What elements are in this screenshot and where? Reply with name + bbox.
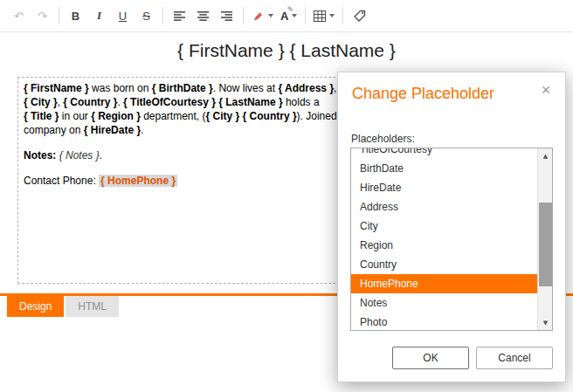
placeholder-item-titleofcourtesy[interactable]: TitleOfCourtesy: [351, 148, 537, 159]
scroll-up-icon[interactable]: ▲: [538, 148, 553, 163]
pencil-icon: ✎: [287, 5, 294, 14]
doc-text-segment: { Notes }: [59, 149, 100, 162]
doc-text-segment: { LastName }: [218, 96, 282, 108]
dropdown-arrow-icon: [292, 14, 297, 17]
table-icon: [314, 10, 326, 22]
ok-button[interactable]: OK: [392, 347, 469, 369]
scroll-down-icon[interactable]: ▼: [538, 315, 553, 330]
doc-text-segment: Contact Phone:: [24, 175, 99, 187]
change-placeholder-dialog: Change Placeholder × Placeholders: Title…: [337, 72, 566, 382]
tab-design-label: Design: [19, 300, 52, 313]
bold-icon: B: [72, 10, 79, 23]
toolbar-separator: [342, 7, 343, 24]
font-color-button[interactable]: A ✎: [278, 4, 300, 27]
doc-text-segment: { Region }: [91, 110, 141, 122]
bold-button[interactable]: B: [65, 4, 86, 27]
doc-text-segment: { Country }: [63, 96, 117, 108]
toolbar-separator: [243, 7, 244, 24]
placeholder-item-homephone[interactable]: HomePhone: [351, 274, 537, 293]
placeholder-item-address[interactable]: Address: [351, 197, 537, 217]
placeholder-item-notes[interactable]: Notes: [351, 293, 537, 313]
doc-text-segment: was born on: [89, 82, 152, 94]
doc-text-segment: { FirstName }: [24, 82, 89, 94]
doc-text-segment: . Now lives at: [213, 82, 279, 94]
placeholder-tag-icon: [353, 9, 367, 23]
dialog-title: Change Placeholder: [338, 72, 565, 103]
dialog-buttons: OK Cancel: [392, 347, 553, 369]
toolbar-separator: [162, 7, 163, 24]
doc-text-segment: { Country }: [243, 110, 297, 122]
doc-text-segment: { City }: [206, 110, 240, 122]
align-right-icon: [221, 11, 232, 21]
doc-text-segment: department, (: [141, 110, 206, 122]
doc-text-segment: ,: [334, 82, 336, 94]
undo-icon: ↶: [14, 10, 24, 23]
doc-text-segment: { BirthDate }: [152, 82, 213, 94]
doc-text-segment: holds a: [283, 96, 320, 108]
tab-html-label: HTML: [78, 300, 107, 313]
doc-text-segment: { Address }: [278, 82, 334, 94]
cancel-button[interactable]: Cancel: [476, 347, 553, 369]
undo-button[interactable]: ↶: [8, 4, 30, 27]
placeholder-item-city[interactable]: City: [351, 217, 537, 236]
doc-text-segment: in our: [59, 110, 91, 122]
align-left-icon: [174, 11, 185, 21]
doc-text-segment: .: [141, 124, 143, 136]
redo-button[interactable]: ↷: [31, 4, 53, 27]
placeholder-item-photo[interactable]: Photo: [351, 313, 537, 331]
underline-icon: U: [119, 10, 127, 23]
placeholder-item-region[interactable]: Region: [351, 236, 537, 255]
tab-design[interactable]: Design: [7, 296, 64, 317]
doc-text-segment: { City }: [24, 96, 58, 108]
italic-icon: I: [97, 9, 101, 23]
dropdown-arrow-icon: [329, 14, 335, 17]
doc-text-segment: company on: [24, 124, 84, 136]
placeholder-list-items: TitleOfCourtesyBirthDateHireDateAddressC…: [351, 148, 537, 331]
redo-icon: ↷: [38, 10, 47, 23]
insert-placeholder-button[interactable]: [349, 4, 370, 27]
underline-button[interactable]: U: [112, 4, 134, 27]
close-icon[interactable]: ×: [537, 81, 555, 99]
doc-text-segment: { Title }: [24, 110, 59, 122]
doc-text-segment: Notes:: [24, 149, 59, 162]
tab-html[interactable]: HTML: [66, 296, 119, 317]
placeholder-item-country[interactable]: Country: [351, 255, 537, 274]
dropdown-arrow-icon: [268, 14, 273, 17]
placeholder-item-hiredate[interactable]: HireDate: [351, 178, 537, 197]
listbox-scrollbar[interactable]: ▲ ▼: [537, 148, 552, 330]
strikethrough-button[interactable]: S: [135, 4, 157, 27]
toolbar-separator: [305, 7, 306, 24]
align-center-icon: [197, 11, 209, 21]
align-center-button[interactable]: [192, 4, 214, 27]
scrollbar-thumb[interactable]: [539, 203, 552, 286]
toolbar-separator: [59, 7, 59, 24]
placeholder-item-birthdate[interactable]: BirthDate: [351, 159, 537, 178]
text-highlight-color-button[interactable]: [249, 4, 276, 27]
strikethrough-icon: S: [142, 10, 150, 23]
placeholder-listbox[interactable]: TitleOfCourtesyBirthDateHireDateAddressC…: [350, 148, 553, 331]
insert-table-button[interactable]: [311, 4, 337, 27]
placeholders-label: Placeholders:: [351, 133, 551, 145]
document-title: { FirstName } { LastName }: [0, 40, 573, 61]
text-highlight-icon: [252, 10, 265, 23]
align-right-button[interactable]: [216, 4, 238, 27]
doc-text-segment: { TitleOfCourtesy }: [123, 96, 216, 108]
align-left-button[interactable]: [169, 4, 190, 27]
doc-text-segment: .: [100, 149, 102, 162]
doc-text-segment: { HireDate }: [84, 124, 141, 136]
italic-button[interactable]: I: [88, 4, 110, 27]
merge-field-homephone[interactable]: { HomePhone }: [99, 175, 177, 187]
toolbar: ↶ ↷ B I U S A ✎: [0, 0, 573, 32]
